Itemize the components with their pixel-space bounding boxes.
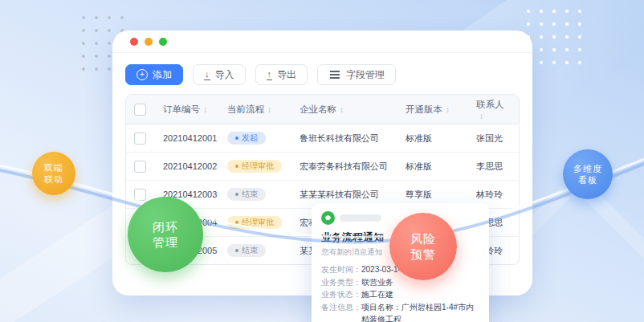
cell-contact: 李思思 xyxy=(468,153,519,181)
export-button[interactable]: ↑ 导出 xyxy=(255,64,308,85)
callout-risk-warning: 风险 预警 xyxy=(389,213,457,280)
status-dot-icon xyxy=(235,137,238,140)
traffic-light-minimize[interactable] xyxy=(145,38,153,46)
status-label: 经理审批 xyxy=(242,162,274,170)
remark-line: 项目名称：广州碧桂园1-4#市内精装修工程 xyxy=(361,301,479,322)
col-label: 联系人 xyxy=(476,100,504,109)
cell-company: 宏泰劳务科技有限公司 xyxy=(291,153,397,181)
bubble-text: 预警 xyxy=(410,247,436,263)
traffic-light-close[interactable] xyxy=(130,38,138,46)
status-label: 结束 xyxy=(242,247,258,255)
select-all-checkbox[interactable] xyxy=(134,104,146,116)
col-header-contact[interactable]: 联系人↕ xyxy=(468,95,519,124)
toolbar: + 添加 ↓ 导入 ↑ 导出 字段管理 xyxy=(112,53,532,94)
export-icon: ↑ xyxy=(267,70,273,80)
bubble-text: 看板 xyxy=(578,174,597,185)
col-header-current-flow[interactable]: 当前流程↕ xyxy=(219,95,291,124)
bubble-text: 风险 xyxy=(410,231,436,247)
table-header-row: 订单编号↕ 当前流程↕ 企业名称↕ 开通版本↕ 联系人↕ xyxy=(126,95,519,124)
row-checkbox[interactable] xyxy=(134,189,146,201)
notification-field-type: 业务类型： 联营业务 xyxy=(321,276,479,289)
table-row: 20210412002 经理审批 宏泰劳务科技有限公司 标准版 李思思 xyxy=(126,153,519,181)
cell-version: 标准版 xyxy=(397,153,468,181)
col-header-order-no[interactable]: 订单编号↕ xyxy=(155,95,219,124)
sort-icon: ↕ xyxy=(340,105,344,114)
status-dot-icon xyxy=(235,165,238,168)
traffic-light-maximize[interactable] xyxy=(159,38,167,46)
table-row: 20210412001 发起 鲁班长科技有限公司 标准版 张国光 xyxy=(126,124,519,153)
field-management-label: 字段管理 xyxy=(346,68,385,82)
field-value: 联营业务 xyxy=(361,276,393,289)
col-label: 当前流程 xyxy=(227,104,264,114)
bubble-text: 双端 xyxy=(44,162,63,173)
cell-company: 鲁班长科技有限公司 xyxy=(291,124,397,153)
callout-closed-loop-management: 闭环 管理 xyxy=(128,197,203,272)
skeleton-bar xyxy=(340,214,381,222)
bubble-text: 联动 xyxy=(44,173,63,185)
col-header-version[interactable]: 开通版本↕ xyxy=(397,95,468,124)
sort-icon: ↕ xyxy=(203,105,207,114)
remark-lines: 项目名称：广州碧桂园1-4#市内精装修工程 合同名称：广州碧桂园1-4#市内精装… xyxy=(361,301,479,322)
field-value: 施工在建 xyxy=(361,288,393,301)
status-pill: 结束 xyxy=(227,188,266,201)
status-label: 经理审批 xyxy=(242,218,274,226)
status-dot-icon xyxy=(235,193,238,196)
field-label: 业务状态： xyxy=(321,288,361,301)
status-pill: 经理审批 xyxy=(227,216,282,229)
bubble-text: 管理 xyxy=(153,234,178,251)
list-icon xyxy=(330,74,340,75)
status-pill: 结束 xyxy=(227,244,266,257)
field-label: 发生时间： xyxy=(321,263,361,276)
add-button[interactable]: + 添加 xyxy=(125,64,183,85)
bubble-text: 多维度 xyxy=(573,163,602,174)
import-button[interactable]: ↓ 导入 xyxy=(193,64,246,85)
field-management-button[interactable]: 字段管理 xyxy=(317,64,396,85)
col-label: 订单编号 xyxy=(163,104,200,114)
callout-dual-end-linkage: 双端 联动 xyxy=(32,152,75,195)
field-label: 备注信息： xyxy=(321,301,361,322)
field-label: 业务类型： xyxy=(321,276,361,289)
bubble-text: 闭环 xyxy=(153,219,178,235)
notification-field-remark: 备注信息： 项目名称：广州碧桂园1-4#市内精装修工程 合同名称：广州碧桂园1-… xyxy=(321,301,479,322)
export-button-label: 导出 xyxy=(277,68,296,82)
status-dot-icon xyxy=(235,221,238,224)
status-pill: 经理审批 xyxy=(227,160,282,173)
row-checkbox[interactable] xyxy=(134,132,146,145)
status-label: 结束 xyxy=(242,190,258,198)
status-label: 发起 xyxy=(242,134,258,142)
import-icon: ↓ xyxy=(204,70,210,80)
col-label: 企业名称 xyxy=(300,104,336,114)
cell-version: 标准版 xyxy=(397,124,468,153)
add-button-label: 添加 xyxy=(153,68,172,82)
window-titlebar xyxy=(112,31,532,53)
sort-icon: ↕ xyxy=(446,105,450,114)
col-label: 开通版本 xyxy=(406,104,442,114)
sort-icon: ↕ xyxy=(267,105,271,114)
cell-contact: 张国光 xyxy=(468,124,519,153)
notification-field-state: 业务状态： 施工在建 xyxy=(321,288,479,301)
status-pill: 发起 xyxy=(227,132,266,145)
col-header-company[interactable]: 企业名称↕ xyxy=(291,95,397,124)
import-button-label: 导入 xyxy=(215,68,234,82)
row-checkbox[interactable] xyxy=(134,161,146,173)
wechat-icon xyxy=(321,211,335,225)
callout-multi-dimension-dashboard: 多维度 看板 xyxy=(563,149,613,199)
plus-icon: + xyxy=(137,69,148,80)
sort-icon: ↕ xyxy=(479,112,483,120)
status-dot-icon xyxy=(235,249,238,252)
cell-order-no: 20210412002 xyxy=(155,153,219,181)
cell-order-no: 20210412001 xyxy=(155,124,219,153)
